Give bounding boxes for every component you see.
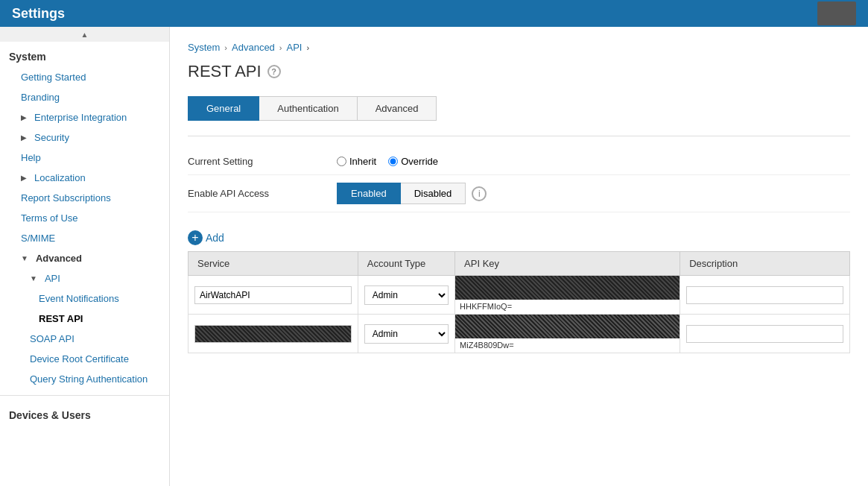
- add-button-label: Add: [206, 232, 224, 244]
- sidebar-label: Security: [34, 132, 69, 143]
- sidebar-item-branding[interactable]: Branding: [0, 87, 169, 107]
- breadcrumb: System › Advanced › API ›: [188, 42, 850, 53]
- add-circle-icon: +: [188, 230, 203, 245]
- add-button[interactable]: + Add: [188, 224, 224, 251]
- sidebar-item-event-notifications[interactable]: Event Notifications: [0, 288, 169, 309]
- sidebar-label: Enterprise Integration: [34, 112, 127, 123]
- inherit-radio-label[interactable]: Inherit: [337, 156, 376, 167]
- sidebar-label: Advanced: [36, 253, 82, 264]
- sidebar-item-advanced[interactable]: ▼ Advanced: [0, 248, 169, 268]
- enable-api-label: Enable API Access: [188, 188, 337, 199]
- service-cell-1: [189, 276, 358, 315]
- table-row: Admin User Service HHKFFMIoQ=: [189, 276, 850, 315]
- sidebar-item-localization[interactable]: ▶ Localization: [0, 168, 169, 188]
- api-key-visible-2: MiZ4B809Dw=: [460, 341, 513, 350]
- sidebar-label: Branding: [21, 92, 60, 103]
- sidebar-item-terms-of-use[interactable]: Terms of Use: [0, 208, 169, 228]
- tab-advanced[interactable]: Advanced: [358, 96, 437, 121]
- api-key-visible-1: HHKFFMIoQ=: [460, 302, 512, 311]
- service-cell-2: [189, 315, 358, 353]
- header-title: Settings: [12, 6, 65, 22]
- sidebar-label: Report Subscriptions: [21, 192, 111, 203]
- breadcrumb-api[interactable]: API: [287, 42, 302, 53]
- arrow-icon: ▶: [21, 174, 27, 182]
- sidebar-label: REST API: [39, 313, 83, 324]
- devices-users-section[interactable]: Devices & Users: [0, 402, 169, 426]
- logo-thumbnail: [817, 1, 856, 25]
- page-title-text: REST API: [188, 62, 262, 81]
- settings-section: Current Setting Inherit Override Enable …: [188, 136, 850, 224]
- enable-api-controls: Enabled Disabled i: [337, 183, 487, 204]
- tabs-bar: General Authentication Advanced: [188, 96, 850, 121]
- account-type-cell-1: Admin User Service: [358, 276, 454, 315]
- sidebar: ▲ System Getting Started Branding ▶ Ente…: [0, 27, 170, 486]
- account-type-select-1[interactable]: Admin User Service: [364, 285, 449, 305]
- current-setting-label: Current Setting: [188, 156, 337, 167]
- arrow-icon: ▶: [21, 113, 27, 122]
- breadcrumb-sep-2: ›: [279, 43, 282, 52]
- account-type-select-2[interactable]: Admin User Service: [364, 324, 449, 344]
- sidebar-item-getting-started[interactable]: Getting Started: [0, 67, 169, 87]
- arrow-icon: ▼: [30, 274, 37, 283]
- col-api-key: API Key: [455, 252, 680, 276]
- breadcrumb-sep-3: ›: [306, 43, 309, 52]
- info-icon[interactable]: i: [472, 186, 487, 201]
- table-row: Admin User Service MiZ4B809Dw=: [189, 315, 850, 353]
- toggle-group: Enabled Disabled: [337, 183, 466, 204]
- api-table: Service Account Type API Key Description…: [188, 251, 850, 353]
- sidebar-item-rest-api[interactable]: REST API: [0, 309, 169, 329]
- help-icon[interactable]: ?: [267, 65, 281, 78]
- sidebar-label: Query String Authentication: [30, 373, 148, 385]
- tab-general[interactable]: General: [188, 96, 259, 121]
- col-description: Description: [680, 252, 850, 276]
- system-section-title: System: [0, 42, 169, 67]
- api-key-cell-2: MiZ4B809Dw=: [455, 315, 680, 353]
- account-type-cell-2: Admin User Service: [358, 315, 454, 353]
- breadcrumb-advanced[interactable]: Advanced: [232, 42, 275, 53]
- sidebar-item-security[interactable]: ▶ Security: [0, 127, 169, 148]
- sidebar-label: Localization: [34, 172, 86, 183]
- sidebar-scroll-up[interactable]: ▲: [0, 27, 169, 42]
- enable-api-row: Enable API Access Enabled Disabled i: [188, 175, 850, 212]
- sidebar-label: Device Root Certificate: [30, 353, 129, 364]
- sidebar-label: Event Notifications: [39, 293, 119, 304]
- breadcrumb-system[interactable]: System: [188, 42, 220, 53]
- page-title-container: REST API ?: [188, 62, 850, 81]
- breadcrumb-sep-1: ›: [224, 43, 227, 52]
- sidebar-item-help[interactable]: Help: [0, 148, 169, 168]
- sidebar-item-enterprise-integration[interactable]: ▶ Enterprise Integration: [0, 107, 169, 127]
- service-input-1[interactable]: [194, 286, 352, 304]
- inherit-radio[interactable]: [337, 157, 346, 166]
- sidebar-label: S/MIME: [21, 233, 55, 244]
- enabled-btn[interactable]: Enabled: [337, 183, 401, 204]
- sidebar-divider: [0, 395, 169, 396]
- description-cell-1: [680, 276, 850, 315]
- sidebar-label: Getting Started: [21, 72, 86, 83]
- sidebar-item-smime[interactable]: S/MIME: [0, 228, 169, 248]
- top-header: Settings: [0, 0, 868, 27]
- description-input-2[interactable]: [686, 325, 843, 343]
- sidebar-item-soap-api[interactable]: SOAP API: [0, 329, 169, 349]
- disabled-btn[interactable]: Disabled: [401, 183, 466, 204]
- main-content: System › Advanced › API › REST API ? Gen…: [170, 27, 868, 486]
- sidebar-label: Help: [21, 152, 41, 163]
- sidebar-item-api[interactable]: ▼ API: [0, 268, 169, 288]
- radio-group: Inherit Override: [337, 156, 438, 167]
- override-radio-label[interactable]: Override: [388, 156, 438, 167]
- override-radio[interactable]: [388, 157, 398, 166]
- arrow-icon: ▶: [21, 133, 27, 142]
- arrow-icon: ▼: [21, 254, 28, 262]
- description-input-1[interactable]: [686, 286, 843, 304]
- inherit-text: Inherit: [349, 156, 376, 167]
- current-setting-row: Current Setting Inherit Override: [188, 148, 850, 175]
- override-text: Override: [401, 156, 438, 167]
- tab-authentication[interactable]: Authentication: [259, 96, 357, 121]
- sidebar-item-device-root-cert[interactable]: Device Root Certificate: [0, 349, 169, 369]
- sidebar-item-query-string-auth[interactable]: Query String Authentication: [0, 369, 169, 389]
- sidebar-label: Terms of Use: [21, 212, 78, 224]
- api-key-cell-1: HHKFFMIoQ=: [455, 276, 680, 315]
- description-cell-2: [680, 315, 850, 353]
- sidebar-label: SOAP API: [30, 333, 75, 344]
- service-input-2[interactable]: [194, 325, 352, 343]
- sidebar-item-report-subscriptions[interactable]: Report Subscriptions: [0, 188, 169, 208]
